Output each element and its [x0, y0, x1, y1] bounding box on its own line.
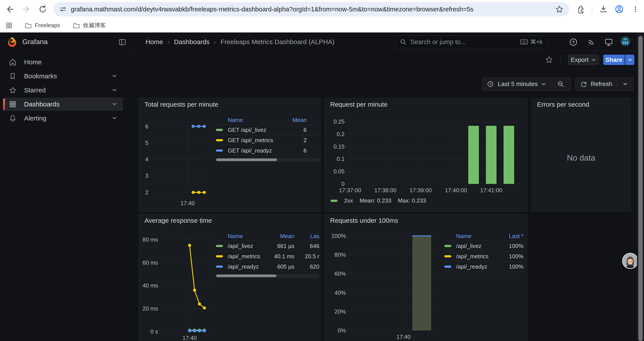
- breadcrumb-separator: ›: [214, 38, 216, 46]
- chevron-down-icon: [541, 81, 546, 87]
- legend-scrollbar[interactable]: [216, 274, 319, 278]
- apps-grid-icon[interactable]: [5, 21, 13, 30]
- series-name[interactable]: /api/_livez: [456, 243, 482, 249]
- chevron-down-icon[interactable]: [111, 87, 118, 94]
- legend-table: NameLast */api/_livez100%/api/_metrics10…: [444, 232, 524, 272]
- bookmark-star-icon[interactable]: [555, 5, 564, 14]
- legend-header-label[interactable]: Last *: [497, 233, 524, 240]
- sidebar-item-bookmarks[interactable]: Bookmarks: [3, 70, 123, 83]
- url-bar[interactable]: grafana.mathmast.com/d/deytv4rwavabkb/fr…: [53, 2, 569, 17]
- chevron-down-icon[interactable]: [111, 115, 118, 122]
- panel-title[interactable]: Errors per second: [537, 101, 589, 108]
- export-button[interactable]: Export: [568, 55, 599, 65]
- profile-icon[interactable]: [613, 3, 625, 15]
- series-name[interactable]: /api/_livez: [228, 243, 253, 249]
- sidebar-collapse-icon[interactable]: [118, 37, 127, 47]
- series-name[interactable]: 2xx: [344, 197, 353, 204]
- series-name[interactable]: /api/_metrics: [456, 253, 488, 260]
- panel-total-requests-per-minute: Total requests per minute 6543217:40 Nam…: [138, 98, 321, 212]
- series-name[interactable]: GET /api/_livez: [228, 127, 266, 133]
- extensions-icon[interactable]: [575, 3, 586, 15]
- brand-label[interactable]: Grafana: [22, 38, 48, 46]
- page-scrollbar[interactable]: [637, 33, 644, 341]
- y-tick-label: 0.05: [326, 168, 344, 175]
- legend-row-name: /api/_metrics: [444, 253, 497, 260]
- sidebar-item-alerting[interactable]: Alerting: [3, 112, 123, 125]
- search-icon: [400, 38, 407, 46]
- refresh-interval-dropdown[interactable]: [617, 81, 633, 87]
- favorite-star-icon[interactable]: [544, 55, 554, 65]
- assistant-avatar-widget[interactable]: [622, 252, 639, 269]
- bookmark-folder[interactable]: 收藏博客: [72, 22, 106, 29]
- grafana-logo-icon[interactable]: [6, 36, 18, 48]
- zoom-out-icon[interactable]: [557, 80, 565, 88]
- series-color-dash: [444, 265, 451, 268]
- help-icon[interactable]: ?: [568, 37, 578, 47]
- panel-title[interactable]: Request per minute: [330, 101, 388, 108]
- series-name[interactable]: /api/_metrics: [228, 253, 260, 260]
- sidebar-item-label: Dashboards: [24, 101, 60, 108]
- chevron-down-icon[interactable]: [111, 101, 118, 108]
- legend-header-label[interactable]: Mean: [280, 117, 307, 124]
- breadcrumb-item[interactable]: Dashboards: [174, 38, 210, 46]
- kiosk-monitor-icon[interactable]: [604, 37, 614, 47]
- forward-button[interactable]: [20, 3, 32, 15]
- legend-row: /api/_readyz100%: [444, 261, 524, 272]
- legend-value: 661 µs: [262, 243, 294, 249]
- news-rss-icon[interactable]: [586, 37, 596, 47]
- legend-value: 6: [280, 147, 307, 154]
- legend-header-label[interactable]: Las: [294, 233, 319, 240]
- y-tick-label: 0 s: [139, 328, 158, 335]
- legend-header-label[interactable]: Name: [228, 117, 243, 124]
- legend-scrollbar-thumb[interactable]: [216, 274, 276, 277]
- chevron-down-icon[interactable]: [111, 73, 118, 80]
- refresh-picker[interactable]: Refresh: [575, 77, 634, 91]
- legend-value: 646: [294, 243, 319, 249]
- bookmarks-bar: Freeleaps收藏博客: [0, 19, 644, 33]
- legend-value: 6: [280, 127, 307, 133]
- panel-title[interactable]: Total requests per minute: [144, 101, 218, 108]
- legend-row: /api/_livez100%: [444, 241, 524, 251]
- legend-row: GET /api/_readyz6: [216, 146, 321, 156]
- x-tick-label: 17:37:00: [332, 187, 369, 194]
- legend-value: 605 µs: [262, 263, 294, 270]
- time-range-picker[interactable]: Last 5 minutes: [482, 77, 571, 91]
- back-button[interactable]: [4, 3, 16, 15]
- panel-title[interactable]: Average response time: [144, 217, 212, 224]
- reload-button[interactable]: [37, 3, 49, 15]
- user-avatar[interactable]: [620, 36, 630, 46]
- legend-value: 100%: [497, 263, 524, 270]
- series-name[interactable]: GET /api/_readyz: [228, 147, 272, 154]
- legend-value: 2: [280, 137, 307, 144]
- legend-scrollbar-thumb[interactable]: [216, 158, 277, 161]
- x-tick-label: 17:40: [385, 333, 422, 340]
- series-name[interactable]: /api/_readyz: [456, 263, 487, 270]
- series-name[interactable]: /api/_readyz: [228, 263, 259, 270]
- y-tick-label: 0%: [326, 327, 346, 334]
- panel-title[interactable]: Requests under 100ms: [330, 217, 398, 224]
- url-text[interactable]: grafana.mathmast.com/d/deytv4rwavabkb/fr…: [71, 6, 555, 13]
- legend-scrollbar[interactable]: [216, 158, 321, 162]
- series-name[interactable]: GET /api/_metrics: [228, 137, 273, 144]
- legend-header-row: NameMean: [216, 116, 321, 125]
- legend-header-label[interactable]: Name: [228, 233, 243, 240]
- browser-menu-icon[interactable]: [630, 3, 641, 15]
- bookmark-label: 收藏博客: [83, 22, 106, 29]
- share-button[interactable]: Share: [603, 55, 625, 65]
- site-settings-icon[interactable]: [58, 5, 67, 14]
- legend-row: GET /api/_metrics2: [216, 135, 321, 146]
- scrollbar-thumb[interactable]: [638, 36, 643, 341]
- legend-header-label[interactable]: Name: [456, 233, 471, 240]
- sidebar-item-label: Bookmarks: [24, 72, 57, 80]
- search-input[interactable]: Search or jump to... ⌘+k: [395, 36, 547, 48]
- sidebar-item-dashboards[interactable]: Dashboards: [3, 98, 123, 111]
- legend-header-label[interactable]: Mean: [262, 233, 294, 240]
- legend-row-name: /api/_readyz: [216, 263, 262, 270]
- sidebar-item-starred[interactable]: Starred: [3, 84, 123, 97]
- sidebar-item-home[interactable]: Home: [3, 56, 123, 69]
- downloads-icon[interactable]: [598, 3, 609, 15]
- share-dropdown-button[interactable]: [625, 55, 634, 65]
- breadcrumb-item[interactable]: Home: [146, 38, 163, 46]
- series-color-dash: [216, 149, 223, 152]
- bookmark-folder[interactable]: Freeleaps: [24, 22, 60, 29]
